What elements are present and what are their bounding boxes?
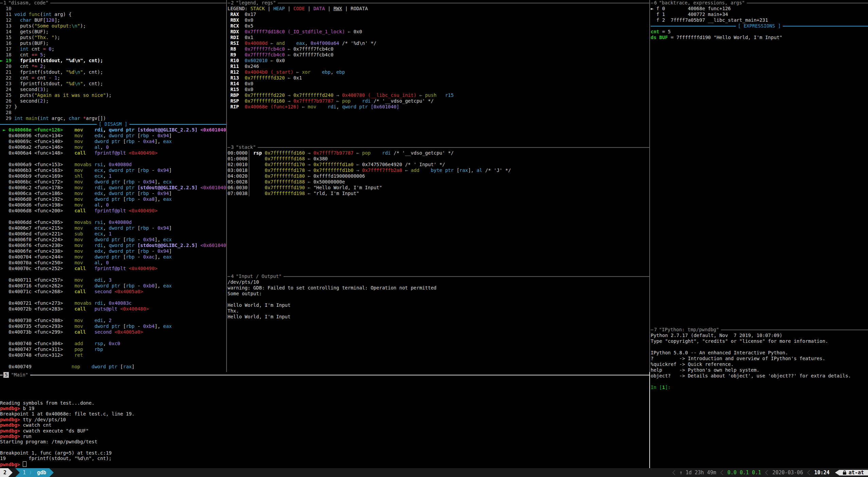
pane-border-vertical-right[interactable] (649, 0, 650, 372)
pane-legend-regs[interactable]: 2"legend, regs" LEGEND: STACK | HEAP | C… (228, 0, 649, 144)
terminal-line (0, 271, 226, 277)
pane-main-title: 5"Main" (0, 372, 649, 378)
pane-stack-title: 3"stack" (228, 144, 649, 150)
terminal-line: 0x40070c <func+252> call fprintf@plt <0x… (0, 266, 226, 271)
terminal-line: 03:0018│ 0x7fffffffd178 → 0x7fffffffd1b0… (228, 167, 649, 173)
up-arrow-icon: ↑ (680, 470, 683, 476)
terminal-line: Python 2.7.17 (default, Nov 7 2019, 10:0… (651, 333, 868, 338)
terminal-line: 22 cnt = cnt - 1; (0, 75, 226, 81)
terminal-line: 18 cnt += 5; (0, 52, 226, 58)
terminal-line (0, 383, 649, 389)
pane-backtrace-title: 6"backtrace, expressions, args" (651, 0, 868, 6)
terminal-line: 27 } (0, 104, 226, 110)
terminal-line: 0x4006e7 <func+215> mov ecx, dword ptr [… (0, 225, 226, 231)
window-separator: 〉 (29, 470, 37, 476)
terminal-line: 13 puts("Some output:\n"); (0, 23, 226, 29)
terminal-line: 0x400747 <func+311> pop rbp (0, 347, 226, 352)
hostname-segment: at-at (835, 470, 868, 476)
load-average: 0.0 0.1 0.1 (724, 470, 764, 476)
terminal-line (0, 335, 226, 341)
gdb-prompt: pwndbg> (0, 462, 23, 467)
session-index-segment[interactable]: 2 (0, 468, 13, 477)
terminal-line: 26 second(2); (0, 98, 226, 104)
terminal-line: 0x400740 <func+304> add rsp, 0xc0 (0, 341, 226, 347)
chevron-left-icon (672, 470, 675, 475)
terminal-line (0, 214, 226, 219)
terminal-line: Hello World, I'm Input (228, 302, 649, 308)
terminal-line: 00:0000│ rsp 0x7fffffffd160 → 0x7ffff7b9… (228, 150, 649, 156)
terminal-line: object? -> Details about 'object', use '… (651, 373, 868, 379)
pane-ipython[interactable]: 7"IPython: tmp/pwndbg" Python 2.7.17 (de… (651, 327, 868, 468)
terminal-line: 0x400711 <func+257> mov edi, 3 (0, 277, 226, 283)
lock-icon (843, 470, 847, 475)
terminal-line: f 2 7ffff7a05b97 __libc_start_main+231 (651, 17, 868, 23)
status-time: 10:24 (811, 470, 833, 476)
terminal-line: 19 fprintf(stdout, "%d\n", cnt); (0, 456, 649, 461)
terminal-line: 0x400696 <func+134> mov edx, dword ptr [… (0, 133, 226, 139)
pane-border-vertical-right-active[interactable] (649, 372, 650, 468)
terminal-line: 05:0028│ 0x7fffffffd188 ← 0x50000000e (228, 179, 649, 185)
terminal-line: 0x4006ed <func+221> sub ecx, 1 (0, 231, 226, 237)
terminal-line: 0x4006b3 <func+163> mov ecx, dword ptr [… (0, 167, 226, 173)
terminal-line: 0x40072b <func+283> call puts@plt <0x400… (0, 306, 226, 312)
terminal-line: Some output: (228, 291, 649, 297)
chevron-left-icon (720, 470, 723, 475)
terminal-line: 0x4006bc <func+172> mov dword ptr [rbp -… (0, 179, 226, 185)
terminal-line: 0x4006d8 <func+200> call fprintf@plt <0x… (0, 208, 226, 214)
terminal-line: 0x4006d6 <func+198> mov al, 0 (0, 202, 226, 208)
terminal-line: RCX 0x5 (228, 23, 649, 29)
watch-expressions: cnt = 5ds BUF = 7fffffffd190 "Hello Worl… (651, 29, 868, 40)
chevron-left-icon (807, 470, 810, 475)
terminal-line: ► 0x40068e <func+126> mov rdi, qword ptr… (0, 127, 226, 133)
terminal-line (0, 295, 226, 300)
terminal-line: 11 void func(int arg) { (0, 12, 226, 17)
pane-disasm-code[interactable]: 1"disasm, code" 10 11 void func(int arg)… (0, 0, 226, 372)
terminal-line: 20 cnt *= 2; (0, 64, 226, 69)
terminal-line: 12 char BUF[128]; (0, 17, 226, 23)
uptime: ↑ 1d 23h 49m (676, 470, 720, 476)
window-tab-gdb[interactable]: 1 〉 gdb (15, 468, 54, 477)
terminal-line: RBX 0x0 (228, 17, 649, 23)
gdb-prompt-line[interactable]: pwndbg> (0, 461, 649, 467)
terminal-line: 02:0010│ 0x7fffffffd170 → 0x7fffffffd1a0… (228, 162, 649, 167)
terminal-line (0, 445, 649, 450)
terminal-line: 06:0030│ 0x7fffffffd190 ← "Hello World, … (228, 185, 649, 191)
terminal-line: R8 0x7ffff7fcb4c0 ← 0x7ffff7fcb4c0 (228, 46, 649, 52)
terminal-line: 10 (0, 6, 226, 12)
terminal-line: 0x4006d0 <func+192> mov dword ptr [rbp -… (0, 196, 226, 202)
disassembly-listing: ► 0x40068e <func+126> mov rdi, qword ptr… (0, 127, 226, 370)
terminal-line: 0x400704 <func+244> mov dword ptr [rbp -… (0, 254, 226, 260)
terminal-line: ? -> Introduction and overview of IPytho… (651, 356, 868, 361)
terminal-line: 21 fprintf(stdout, "%d\n", cnt); (0, 69, 226, 75)
terminal-line: R9 0x7ffff7fcb4c0 ← 0x7ffff7fcb4c0 (228, 52, 649, 58)
tmux-gdb-screen: { "panes": { "disasm": { "num": "1", "ti… (0, 0, 868, 477)
pane-backtrace[interactable]: 6"backtrace, expressions, args" ► f 0 40… (651, 0, 868, 327)
status-left: 2 1 〉 gdb (0, 468, 54, 477)
terminal-line: f 1 400772 main+34 (651, 12, 868, 17)
terminal-line: RIP 0x40068e (func+126) ← mov rdi, qword… (228, 104, 649, 110)
terminal-line: RDX 0x7ffff7dd18c0 (_IO_stdfile_1_lock) … (228, 29, 649, 35)
terminal-line: 25 puts("Again as it was so nice"); (0, 92, 226, 98)
terminal-line: R10 0x602010 ← 0x0 (228, 58, 649, 64)
pane-input-output[interactable]: 4"Input / Output" /dev/pts/10warning: GD… (228, 273, 649, 372)
terminal-line: pwndbg> b 19 (0, 406, 649, 411)
terminal-line: Reading symbols from test...done. (0, 400, 649, 406)
terminal-line: 0x4006a2 <func+146> mov al, 0 (0, 144, 226, 150)
terminal-line: 0x4006f6 <func+230> mov rdi, qword ptr [… (0, 243, 226, 248)
terminal-line: R12 0x4004b0 (_start) ← xor ebp, ebp (228, 69, 649, 75)
terminal-line: help -> Python's own help system. (651, 367, 868, 373)
terminal-line: /dev/pts/10 (228, 279, 649, 285)
terminal-line: 29 int main(int argc, char *argv[]) (0, 116, 226, 121)
pane-disasm-title: 1"disasm, code" (0, 0, 226, 6)
terminal-line (0, 394, 649, 400)
pane-main-gdb[interactable]: 5"Main" Reading symbols from test...done… (0, 372, 649, 468)
pane-stack[interactable]: 3"stack" 00:0000│ rsp 0x7fffffffd160 → 0… (228, 144, 649, 273)
terminal-line (0, 378, 649, 383)
pane-border-vertical-left[interactable] (226, 0, 227, 372)
terminal-line: RSP 0x7fffffffd160 → 0x7ffff7b97787 ← po… (228, 98, 649, 104)
registers-listing: LEGEND: STACK | HEAP | CODE | DATA | RWX… (228, 6, 649, 110)
terminal-line (651, 379, 868, 385)
terminal-line: Hello World, I'm Input (228, 314, 649, 320)
terminal-line: 0x4006ca <func+186> mov edx, dword ptr [… (0, 191, 226, 196)
backtrace-frames: ► f 0 40068e func+126 f 1 400772 main+34… (651, 6, 868, 23)
